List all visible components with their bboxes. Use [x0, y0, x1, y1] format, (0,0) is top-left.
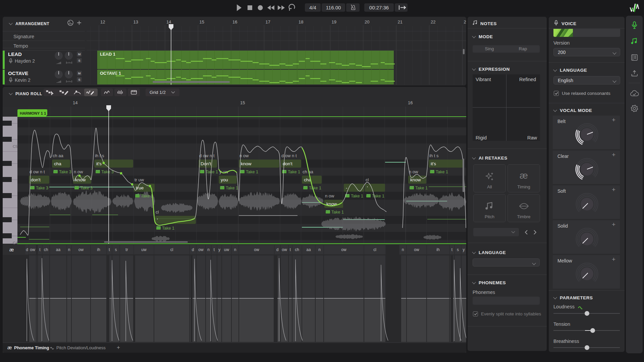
svg-text:s: s — [457, 247, 459, 252]
svg-text:14: 14 — [73, 100, 77, 105]
svg-text:aa: aa — [56, 247, 61, 252]
svg-text:16: 16 — [408, 100, 413, 105]
svg-text:C5: C5 — [13, 144, 18, 148]
svg-text:cl: cl — [156, 209, 159, 215]
svg-text:n ow: n ow — [325, 193, 334, 198]
svg-text:22: 22 — [431, 19, 435, 24]
svg-text:cha: cha — [54, 161, 61, 166]
svg-text:ch: ch — [295, 247, 299, 252]
svg-text:ow: ow — [341, 247, 346, 252]
svg-text:n: n — [402, 247, 404, 252]
svg-text:d: d — [192, 247, 194, 252]
svg-text:Take 3: Take 3 — [80, 186, 93, 190]
svg-text:ow: ow — [30, 247, 35, 252]
svg-text:æ: æ — [9, 247, 14, 252]
svg-text:know: know — [241, 161, 252, 166]
svg-text:y: y — [463, 247, 465, 252]
svg-text:cl: cl — [373, 247, 376, 252]
svg-text:cl: cl — [366, 177, 369, 182]
svg-text:d ow n t: d ow n t — [281, 153, 297, 158]
svg-text:': ' — [367, 185, 368, 190]
svg-text:ow: ow — [78, 247, 84, 252]
svg-text:Take 3: Take 3 — [59, 170, 71, 174]
svg-text:d: d — [276, 247, 279, 252]
svg-text:Take 1: Take 1 — [415, 186, 428, 190]
svg-text:ow: ow — [198, 247, 204, 252]
svg-text:ow: ow — [414, 247, 419, 252]
svg-text:Take 1: Take 1 — [331, 210, 344, 215]
svg-text:know: know — [410, 177, 421, 182]
svg-text:d: d — [26, 247, 28, 252]
svg-text:Take 1: Take 1 — [162, 226, 174, 231]
svg-text:n ow: n ow — [74, 169, 83, 174]
svg-text:20: 20 — [365, 19, 369, 24]
svg-text:n: n — [207, 247, 210, 252]
svg-text:Take 3: Take 3 — [141, 194, 153, 198]
svg-text:LEAD 1: LEAD 1 — [100, 52, 115, 57]
svg-text:tr uw: tr uw — [135, 177, 144, 182]
svg-text:ih: ih — [97, 247, 100, 252]
svg-text:OCTAVE 1: OCTAVE 1 — [100, 71, 121, 76]
svg-text:13: 13 — [133, 19, 138, 24]
svg-text:ch aa: ch aa — [53, 153, 64, 158]
svg-text:21: 21 — [398, 19, 402, 24]
svg-text:you: you — [221, 177, 228, 182]
svg-text:ch: ch — [44, 247, 48, 252]
svg-text:n ow: n ow — [409, 169, 418, 174]
svg-text:C4: C4 — [13, 241, 18, 245]
svg-text:': ' — [157, 218, 158, 223]
svg-text:14: 14 — [166, 19, 171, 24]
svg-text:aa: aa — [306, 247, 311, 252]
svg-text:it's: it's — [96, 161, 102, 166]
svg-text:Take 3: Take 3 — [36, 186, 48, 190]
svg-text:n: n — [318, 247, 321, 252]
svg-text:uw: uw — [224, 247, 229, 252]
svg-text:n: n — [68, 247, 70, 252]
svg-text:s: s — [115, 247, 117, 252]
svg-text:Take 1: Take 1 — [436, 170, 448, 174]
svg-text:Take 1: Take 1 — [246, 170, 258, 174]
svg-text:-: - — [346, 185, 347, 190]
svg-text:ow: ow — [254, 247, 259, 252]
svg-text:19: 19 — [332, 19, 336, 24]
svg-text:Take 1: Take 1 — [309, 186, 321, 190]
svg-text:23: 23 — [464, 19, 467, 24]
svg-text:it's: it's — [431, 161, 436, 166]
svg-text:true: true — [136, 185, 144, 190]
svg-text:n: n — [234, 247, 236, 252]
svg-text:ow: ow — [282, 247, 287, 252]
svg-text:15: 15 — [200, 19, 204, 24]
svg-text:d ow n t: d ow n t — [30, 169, 45, 174]
svg-text:17: 17 — [266, 19, 270, 24]
svg-text:ih t s: ih t s — [429, 153, 439, 158]
svg-text:Take 1: Take 1 — [351, 194, 363, 198]
svg-text:Take 1: Take 1 — [226, 186, 238, 190]
svg-text:ih: ih — [436, 247, 439, 252]
svg-text:uw: uw — [141, 247, 147, 252]
svg-text:Take 1: Take 1 — [206, 170, 218, 174]
svg-text:y: y — [218, 247, 220, 252]
svg-text:cl: cl — [170, 247, 173, 252]
svg-text:HARMONY 1 1: HARMONY 1 1 — [20, 111, 46, 115]
svg-text:15: 15 — [240, 100, 245, 105]
svg-text:16: 16 — [232, 19, 237, 24]
svg-text:don't: don't — [31, 177, 41, 182]
svg-text:tr: tr — [125, 247, 128, 252]
svg-text:Take 1: Take 1 — [288, 170, 300, 174]
svg-text:18: 18 — [299, 19, 303, 24]
svg-text:12: 12 — [100, 19, 105, 24]
